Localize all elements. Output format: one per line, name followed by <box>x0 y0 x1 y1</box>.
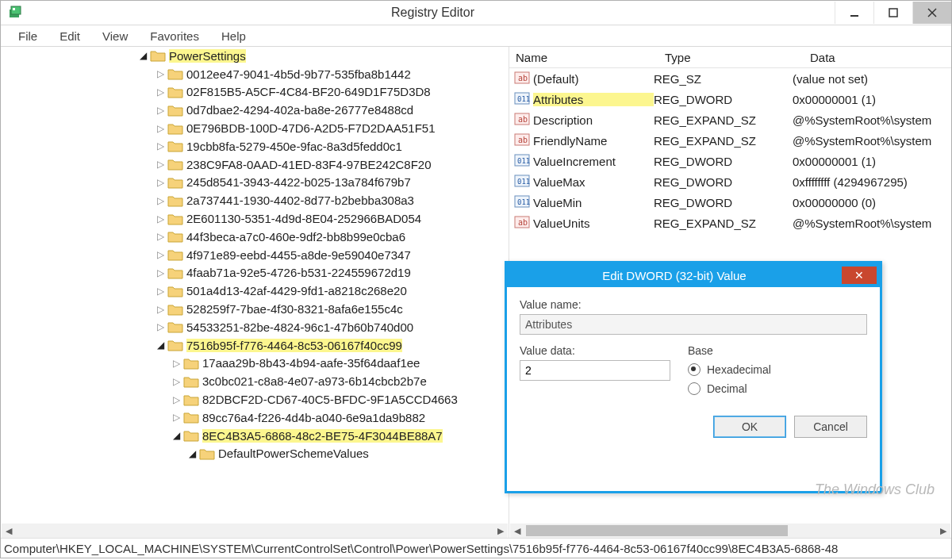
tree-item[interactable]: ▷82DBCF2D-CD67-40C5-BFDC-9F1A5CCD4663 <box>1 390 509 408</box>
scroll-right-icon[interactable]: ▶ <box>936 524 950 538</box>
tree-item[interactable]: ▷89cc76a4-f226-4d4b-a040-6e9a1da9b882 <box>1 408 509 427</box>
dialog-close-button[interactable]: ✕ <box>842 267 877 284</box>
col-type[interactable]: Type <box>658 51 804 64</box>
tree-item[interactable]: ▷2a737441-1930-4402-8d77-b2bebba308a3 <box>1 191 509 209</box>
tree-item[interactable]: ▷0012ee47-9041-4b5d-9b77-535fba8b1442 <box>1 65 509 83</box>
collapsed-arrow-icon[interactable]: ▷ <box>153 195 167 206</box>
tree-item[interactable]: ▷54533251-82be-4824-96c1-47b60b740d00 <box>1 318 509 336</box>
tree-pane[interactable]: ◢PowerSettings▷0012ee47-9041-4b5d-9b77-5… <box>1 47 509 538</box>
expanded-arrow-icon[interactable]: ◢ <box>153 339 167 351</box>
menu-help[interactable]: Help <box>210 29 257 43</box>
value-name: Description <box>533 113 654 127</box>
collapsed-arrow-icon[interactable]: ▷ <box>169 376 183 387</box>
tree-item[interactable]: ▷19cbb8fa-5279-450e-9fac-8a3d5fedd0c1 <box>1 137 509 155</box>
svg-text:011: 011 <box>517 95 530 103</box>
tree-item[interactable]: ◢8EC4B3A5-6868-48c2-BE75-4F3044BE88A7 <box>1 427 509 445</box>
value-icon: 011 <box>509 194 533 212</box>
value-type: REG_EXPAND_SZ <box>654 134 793 148</box>
list-row[interactable]: 011ValueMinREG_DWORD0x00000000 (0) <box>509 192 951 213</box>
collapsed-arrow-icon[interactable]: ▷ <box>153 213 167 224</box>
scroll-left-icon[interactable]: ◀ <box>2 524 16 538</box>
scroll-thumb[interactable] <box>526 525 788 536</box>
collapsed-arrow-icon[interactable]: ▷ <box>153 177 167 188</box>
value-data: @%SystemRoot%\system <box>793 134 951 148</box>
value-data: 0x00000001 (1) <box>793 155 951 168</box>
minimize-button[interactable] <box>835 2 873 24</box>
collapsed-arrow-icon[interactable]: ▷ <box>153 286 167 297</box>
dialog-titlebar[interactable]: Edit DWORD (32-bit) Value ✕ <box>507 263 880 287</box>
collapsed-arrow-icon[interactable]: ▷ <box>153 68 167 79</box>
tree-item[interactable]: ▷44f3beca-a7c0-460e-9df2-bb8b99e0cba6 <box>1 228 509 246</box>
list-row[interactable]: 011ValueMaxREG_DWORD0xffffffff (42949672… <box>509 171 951 192</box>
list-row[interactable]: abDescriptionREG_EXPAND_SZ@%SystemRoot%\… <box>509 109 951 130</box>
valuedata-input[interactable] <box>520 360 670 381</box>
collapsed-arrow-icon[interactable]: ▷ <box>153 321 167 332</box>
radio-decimal[interactable]: Decimal <box>688 379 867 398</box>
list-row[interactable]: ab(Default)REG_SZ(value not set) <box>509 68 951 89</box>
list-row[interactable]: abValueUnitsREG_EXPAND_SZ@%SystemRoot%\s… <box>509 213 951 233</box>
collapsed-arrow-icon[interactable]: ▷ <box>153 105 167 116</box>
scroll-right-icon[interactable]: ▶ <box>493 524 508 538</box>
maximize-button[interactable] <box>873 2 912 24</box>
collapsed-arrow-icon[interactable]: ▷ <box>153 249 167 260</box>
list-header[interactable]: Name Type Data <box>509 47 951 68</box>
expanded-arrow-icon[interactable]: ◢ <box>169 430 183 441</box>
collapsed-arrow-icon[interactable]: ▷ <box>153 231 167 242</box>
list-h-scrollbar[interactable]: ◀ ▶ <box>510 524 950 538</box>
tree-item[interactable]: ◢7516b95f-f776-4464-8c53-06167f40cc99 <box>1 336 509 355</box>
collapsed-arrow-icon[interactable]: ▷ <box>153 159 167 170</box>
tree-item[interactable]: ▷4faab71a-92e5-4726-b531-224559672d19 <box>1 264 509 282</box>
value-data: @%SystemRoot%\system <box>793 217 951 230</box>
value-name: FriendlyName <box>533 134 654 148</box>
tree-item[interactable]: ▷0E796BDB-100D-47D6-A2D5-F7D2DAA51F51 <box>1 119 509 137</box>
tree-item[interactable]: ◢DefaultPowerSchemeValues <box>1 445 509 463</box>
tree-h-scrollbar[interactable]: ◀ ▶ <box>2 524 508 538</box>
col-name[interactable]: Name <box>509 51 658 64</box>
tree-item[interactable]: ▷4f971e89-eebd-4455-a8de-9e59040e7347 <box>1 246 509 264</box>
menu-edit[interactable]: Edit <box>48 29 91 43</box>
value-icon: 011 <box>509 90 533 109</box>
tree-item[interactable]: ▷02F815B5-A5CF-4C84-BF20-649D1F75D3D8 <box>1 83 509 102</box>
value-name: ValueMax <box>533 175 654 189</box>
collapsed-arrow-icon[interactable]: ▷ <box>153 267 167 278</box>
collapsed-arrow-icon[interactable]: ▷ <box>153 304 167 315</box>
close-button[interactable] <box>912 2 951 24</box>
menu-view[interactable]: View <box>91 29 139 43</box>
tree-item[interactable]: ▷245d8541-3943-4422-b025-13a784f679b7 <box>1 174 509 192</box>
value-data: 0xffffffff (4294967295) <box>793 175 951 189</box>
list-row[interactable]: abFriendlyNameREG_EXPAND_SZ@%SystemRoot%… <box>509 130 951 151</box>
radio-hexadecimal[interactable]: Hexadecimal <box>688 360 867 379</box>
collapsed-arrow-icon[interactable]: ▷ <box>169 412 183 423</box>
cancel-button[interactable]: Cancel <box>794 416 867 438</box>
value-type: REG_DWORD <box>654 155 793 168</box>
tree-item[interactable]: ▷2E601130-5351-4d9d-8E04-252966BAD054 <box>1 209 509 228</box>
tree-item[interactable]: ▷528259f7-7bae-4f30-8321-8afa6e155c4c <box>1 300 509 318</box>
valuename-input[interactable] <box>520 314 867 335</box>
tree-item[interactable]: ▷501a4d13-42af-4429-9fd1-a8218c268e20 <box>1 282 509 300</box>
value-data: 0x00000001 (1) <box>793 93 951 106</box>
collapsed-arrow-icon[interactable]: ▷ <box>169 358 183 369</box>
titlebar[interactable]: Registry Editor <box>1 1 951 25</box>
collapsed-arrow-icon[interactable]: ▷ <box>153 140 167 152</box>
col-data[interactable]: Data <box>804 51 951 64</box>
collapsed-arrow-icon[interactable]: ▷ <box>153 123 167 134</box>
scroll-left-icon[interactable]: ◀ <box>510 524 524 538</box>
ok-button[interactable]: OK <box>713 416 786 438</box>
tree-item[interactable]: ▷3c0bc021-c8a8-4e07-a973-6b14cbcb2b7e <box>1 372 509 390</box>
menu-file[interactable]: File <box>7 29 48 43</box>
tree-item[interactable]: ▷0d7dbae2-4294-402a-ba8e-26777e8488cd <box>1 101 509 119</box>
value-icon: ab <box>509 214 533 232</box>
tree-item[interactable]: ◢PowerSettings <box>1 47 509 65</box>
value-name: ValueIncrement <box>533 155 654 168</box>
expanded-arrow-icon[interactable]: ◢ <box>136 50 150 61</box>
svg-text:011: 011 <box>517 157 530 165</box>
list-row[interactable]: 011AttributesREG_DWORD0x00000001 (1) <box>509 89 951 109</box>
value-name: (Default) <box>533 72 654 86</box>
menu-favorites[interactable]: Favorites <box>139 29 210 43</box>
list-row[interactable]: 011ValueIncrementREG_DWORD0x00000001 (1) <box>509 151 951 171</box>
tree-item[interactable]: ▷17aaa29b-8b43-4b94-aafe-35f64daaf1ee <box>1 355 509 373</box>
collapsed-arrow-icon[interactable]: ▷ <box>153 86 167 98</box>
expanded-arrow-icon[interactable]: ◢ <box>185 448 199 459</box>
tree-item[interactable]: ▷238C9FA8-0AAD-41ED-83F4-97BE242C8F20 <box>1 155 509 174</box>
collapsed-arrow-icon[interactable]: ▷ <box>169 394 183 405</box>
